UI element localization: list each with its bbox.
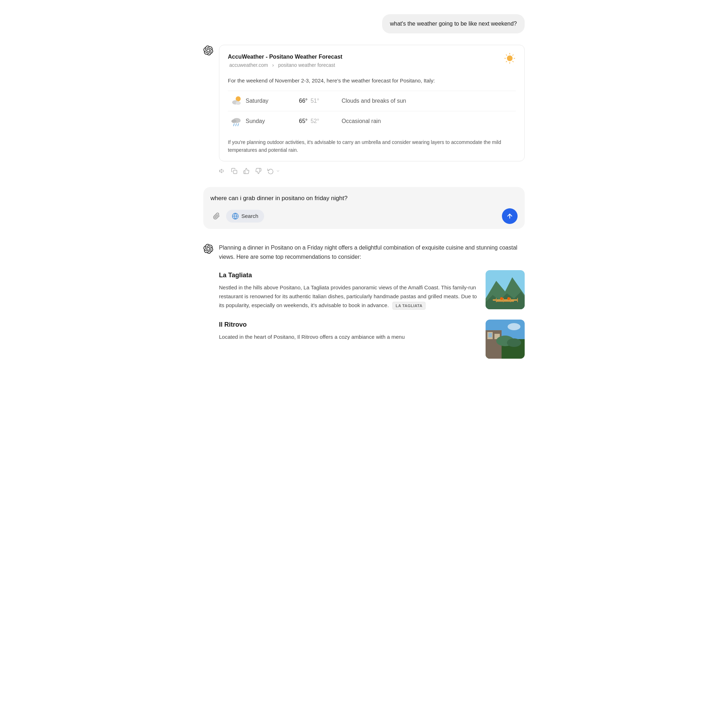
breadcrumb-sep: ›: [272, 62, 274, 68]
assistant-weather-message: AccuWeather - Positano Weather Forecast …: [203, 45, 525, 174]
weather-intro-text: For the weekend of November 2-3, 2024, h…: [228, 76, 516, 85]
saturday-high: 66°: [299, 98, 307, 104]
saturday-desc: Clouds and breaks of sun: [342, 96, 516, 106]
saturday-weather-icon: [228, 95, 246, 107]
svg-line-15: [236, 124, 236, 126]
weather-row-saturday: Saturday 66° 51° Clouds and breaks of su…: [228, 91, 516, 111]
svg-line-7: [512, 54, 514, 55]
saturday-label: Saturday: [246, 96, 299, 106]
search-button-label: Search: [242, 213, 258, 219]
dinner-content: Planning a dinner in Positano on a Frida…: [219, 243, 525, 369]
restaurant-desc-il-ritrovo: Located in the heart of Positano, Il Rit…: [219, 333, 479, 342]
sunday-desc: Occasional rain: [342, 116, 516, 126]
restaurant-desc-la-tagliata: Nestled in the hills above Positano, La …: [219, 283, 479, 310]
svg-point-11: [236, 101, 241, 105]
weather-card-title: AccuWeather - Positano Weather Forecast: [228, 52, 342, 61]
restaurant-card-il-ritrovo: Il Ritrovo Located in the heart of Posit…: [219, 320, 525, 359]
assistant-dinner-message: Planning a dinner in Positano on a Frida…: [203, 243, 525, 369]
saturday-temps: 66° 51°: [299, 96, 342, 106]
svg-point-13: [231, 119, 236, 123]
svg-point-40: [508, 323, 520, 330]
restaurant-info-il-ritrovo: Il Ritrovo Located in the heart of Posit…: [219, 320, 479, 342]
restaurant-tag-la-tagliata: LA TAGLIATA: [392, 302, 425, 310]
input-box: where can i grab dinner in positano on f…: [203, 187, 525, 229]
send-button[interactable]: [502, 208, 518, 224]
action-bar: [219, 168, 525, 174]
breadcrumb-link2[interactable]: positano weather forecast: [278, 62, 335, 68]
user-bubble-text-1: what's the weather going to be like next…: [382, 14, 525, 34]
weather-card: AccuWeather - Positano Weather Forecast …: [219, 45, 525, 162]
globe-icon: [232, 213, 239, 220]
weather-card-header: AccuWeather - Positano Weather Forecast …: [228, 52, 516, 74]
breadcrumb-link1[interactable]: accuweather.com: [229, 62, 268, 68]
message-input[interactable]: where can i grab dinner in positano on f…: [210, 193, 518, 203]
saturday-low: 51°: [310, 98, 319, 104]
attach-button[interactable]: [210, 210, 223, 222]
speak-button[interactable]: [219, 168, 225, 174]
restaurant-info-la-tagliata: La Tagliata Nestled in the hills above P…: [219, 270, 479, 310]
sunday-temps: 65° 52°: [299, 116, 342, 126]
svg-line-5: [506, 54, 507, 55]
dinner-intro-text: Planning a dinner in Positano on a Frida…: [219, 243, 525, 262]
input-left-controls: Search: [210, 210, 264, 223]
sunday-low: 52°: [310, 118, 319, 124]
copy-button[interactable]: [231, 168, 237, 174]
user-message-1: what's the weather going to be like next…: [203, 14, 525, 34]
svg-rect-18: [234, 170, 237, 174]
svg-line-14: [234, 124, 234, 126]
weather-card-breadcrumb[interactable]: accuweather.com › positano weather forec…: [228, 61, 342, 69]
restaurant-name-il-ritrovo: Il Ritrovo: [219, 320, 479, 330]
restaurant-image-la-tagliata: [486, 270, 525, 309]
sun-icon: [504, 52, 516, 64]
svg-rect-37: [488, 333, 492, 337]
svg-marker-17: [220, 169, 222, 173]
input-toolbar: Search: [210, 208, 518, 224]
restaurant-name-la-tagliata: La Tagliata: [219, 270, 479, 280]
sunday-high: 65°: [299, 118, 307, 124]
svg-line-6: [512, 61, 514, 62]
sunday-weather-icon: [228, 116, 246, 127]
search-button[interactable]: Search: [226, 210, 264, 223]
svg-point-31: [507, 297, 510, 300]
svg-line-16: [238, 124, 239, 126]
svg-point-39: [507, 338, 521, 347]
thumbs-up-button[interactable]: [243, 168, 249, 174]
weather-card-title-block: AccuWeather - Positano Weather Forecast …: [228, 52, 342, 74]
svg-point-0: [507, 55, 512, 61]
sunday-label: Sunday: [246, 116, 299, 126]
restaurant-card-la-tagliata: La Tagliata Nestled in the hills above P…: [219, 270, 525, 310]
svg-line-8: [506, 61, 507, 62]
regenerate-button[interactable]: [267, 168, 280, 174]
weather-advisory-text: If you're planning outdoor activities, i…: [228, 137, 516, 154]
svg-rect-25: [496, 301, 514, 302]
weather-row-sunday: Sunday 65° 52° Occasional rain: [228, 111, 516, 131]
weather-content: AccuWeather - Positano Weather Forecast …: [219, 45, 525, 174]
svg-point-30: [500, 297, 503, 300]
assistant-avatar-icon-2: [203, 244, 213, 254]
restaurant-image-il-ritrovo: [486, 320, 525, 359]
thumbs-down-button[interactable]: [255, 168, 262, 174]
assistant-avatar-icon: [203, 46, 213, 55]
